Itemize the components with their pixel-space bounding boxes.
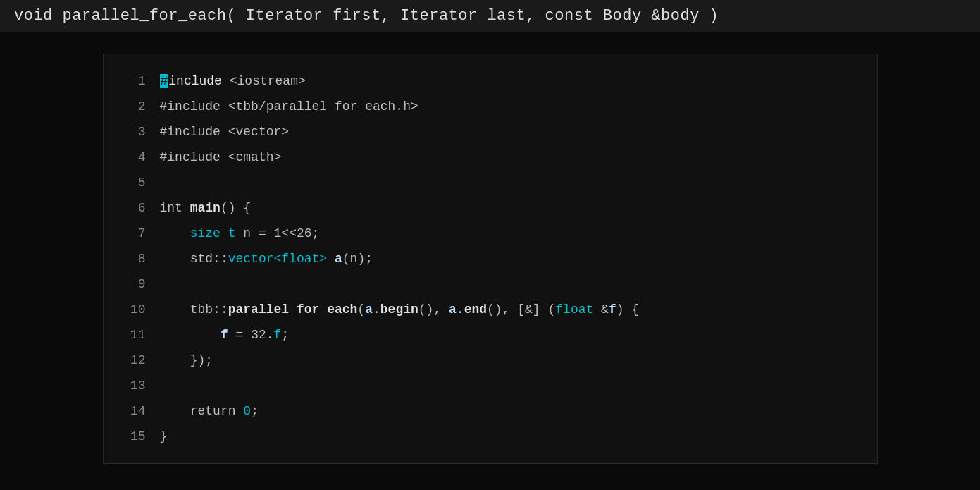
code-line-2: 2 #include <tbb/parallel_for_each.h>	[125, 94, 856, 119]
code-content-12: });	[160, 348, 213, 373]
line-number-6: 6	[125, 195, 146, 221]
code-content-9	[160, 271, 168, 297]
code-block: 1 #include <iostream> 2 #include <tbb/pa…	[103, 54, 878, 464]
code-line-7: 7 size_t n = 1<<26;	[125, 221, 856, 246]
function-signature: void parallel_for_each( Iterator first, …	[14, 7, 719, 25]
line-number-8: 8	[125, 246, 146, 271]
code-line-10: 10 tbb::parallel_for_each(a.begin(), a.e…	[125, 297, 856, 322]
line-number-11: 11	[125, 322, 146, 348]
line-number-3: 3	[125, 119, 146, 145]
code-content-6: int main() {	[160, 195, 252, 221]
code-content-5	[160, 170, 168, 195]
code-line-5: 5	[125, 170, 856, 195]
code-content-2: #include <tbb/parallel_for_each.h>	[160, 94, 418, 119]
code-line-13: 13	[125, 373, 856, 398]
header-bar: void parallel_for_each( Iterator first, …	[0, 0, 980, 32]
line-number-2: 2	[125, 94, 146, 119]
code-line-14: 14 return 0;	[125, 398, 856, 424]
code-line-9: 9	[125, 271, 856, 297]
code-line-15: 15 }	[125, 424, 856, 449]
code-line-4: 4 #include <cmath>	[125, 145, 856, 170]
code-content-13	[160, 373, 168, 398]
code-content-8: std::vector<float> a(n);	[160, 246, 373, 271]
code-content-7: size_t n = 1<<26;	[160, 221, 320, 246]
line-number-15: 15	[125, 424, 146, 449]
line-number-9: 9	[125, 271, 146, 297]
main-content: 1 #include <iostream> 2 #include <tbb/pa…	[0, 32, 980, 485]
code-line-3: 3 #include <vector>	[125, 119, 856, 145]
code-content-11: f = 32.f;	[160, 322, 290, 348]
code-content-4: #include <cmath>	[160, 145, 282, 170]
line-number-12: 12	[125, 348, 146, 373]
code-content-10: tbb::parallel_for_each(a.begin(), a.end(…	[160, 297, 640, 322]
line-number-14: 14	[125, 398, 146, 424]
line-number-10: 10	[125, 297, 146, 322]
code-content-15: }	[160, 424, 168, 449]
code-content-14: return 0;	[160, 398, 259, 424]
code-line-8: 8 std::vector<float> a(n);	[125, 246, 856, 271]
code-content-1: #include <iostream>	[160, 68, 306, 94]
code-line-12: 12 });	[125, 348, 856, 373]
code-line-6: 6 int main() {	[125, 195, 856, 221]
line-number-7: 7	[125, 221, 146, 246]
line-number-13: 13	[125, 373, 146, 398]
line-number-5: 5	[125, 170, 146, 195]
line-number-1: 1	[125, 68, 146, 94]
code-line-11: 11 f = 32.f;	[125, 322, 856, 348]
code-content-3: #include <vector>	[160, 119, 290, 145]
code-line-1: 1 #include <iostream>	[125, 68, 856, 94]
line-number-4: 4	[125, 145, 146, 170]
